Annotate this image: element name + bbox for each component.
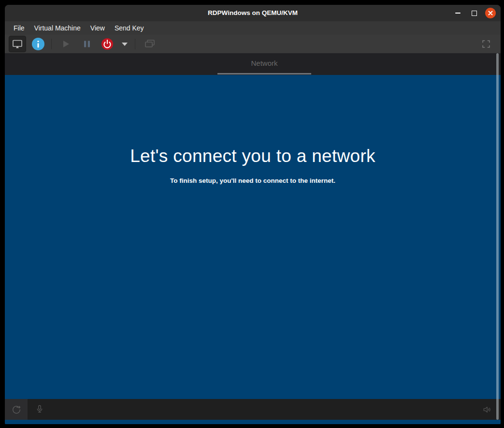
menu-view[interactable]: View — [86, 21, 110, 35]
menubar: File Virtual Machine View Send Key — [5, 21, 501, 35]
shutdown-menu-button[interactable] — [118, 36, 131, 52]
close-icon — [485, 8, 496, 18]
oobe-step-underline — [217, 73, 311, 74]
page-subtitle: To finish setup, you'll need to connect … — [5, 177, 501, 184]
window-title: RDPWindows on QEMU/KVM — [5, 5, 501, 21]
monitor-icon — [12, 38, 23, 50]
info-icon — [32, 38, 44, 50]
toolbar-separator — [135, 39, 135, 49]
microphone-icon — [35, 404, 44, 415]
maximize-icon — [472, 11, 477, 16]
chevron-down-icon — [122, 43, 128, 46]
run-button[interactable] — [57, 36, 74, 52]
console-display-button[interactable] — [9, 36, 26, 52]
fullscreen-icon — [481, 39, 491, 49]
shutdown-icon — [101, 38, 114, 50]
oobe-footer — [5, 399, 501, 420]
power-icon — [11, 404, 22, 415]
maximize-button[interactable] — [468, 5, 480, 21]
fullscreen-button[interactable] — [477, 36, 495, 52]
vertical-scrollbar[interactable] — [496, 53, 499, 420]
minimize-icon — [455, 13, 461, 14]
pause-icon — [83, 40, 91, 48]
power-button[interactable] — [8, 399, 25, 420]
shutdown-button[interactable] — [99, 36, 116, 52]
menu-send-key[interactable]: Send Key — [110, 21, 149, 35]
toolbar — [5, 35, 501, 53]
close-button[interactable] — [483, 5, 498, 21]
volume-button[interactable] — [479, 399, 495, 420]
menu-virtual-machine[interactable]: Virtual Machine — [29, 21, 86, 35]
guest-display: Network Let's connect you to a network T… — [5, 53, 501, 424]
oobe-header: Network — [5, 53, 501, 75]
page-title: Let's connect you to a network — [5, 146, 501, 166]
play-icon — [61, 39, 71, 49]
oobe-step-title: Network — [217, 53, 311, 75]
displays-icon — [144, 38, 156, 50]
toolbar-separator — [51, 39, 52, 49]
menu-file[interactable]: File — [9, 21, 29, 35]
virtual-displays-button[interactable] — [141, 36, 158, 52]
titlebar: RDPWindows on QEMU/KVM — [5, 5, 501, 21]
pause-button[interactable] — [78, 36, 96, 52]
vm-viewer-window: RDPWindows on QEMU/KVM File Virtual Mach… — [5, 5, 501, 424]
microphone-button[interactable] — [31, 399, 48, 420]
volume-icon — [482, 405, 492, 414]
minimize-button[interactable] — [451, 5, 464, 21]
vm-details-button[interactable] — [31, 36, 45, 52]
